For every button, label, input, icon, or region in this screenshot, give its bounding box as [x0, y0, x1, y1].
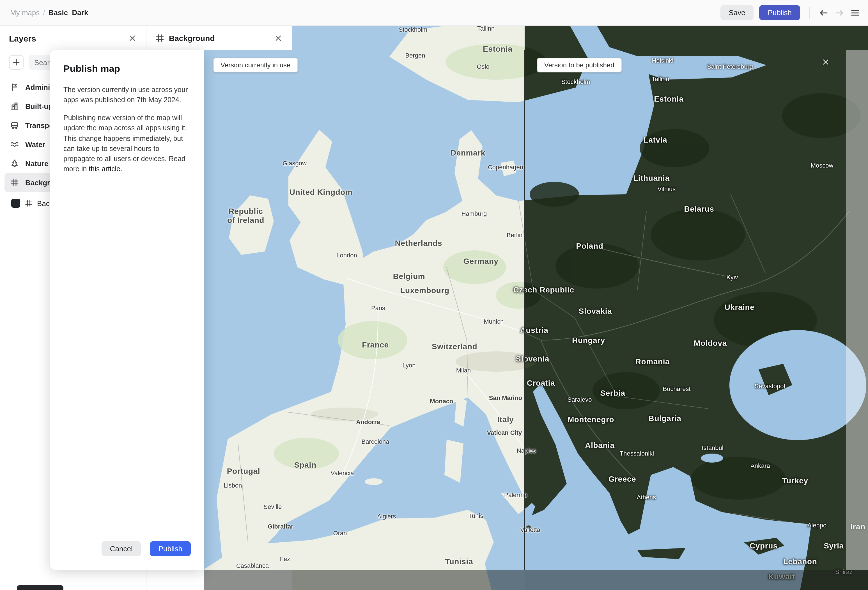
map-canvas[interactable]: StockholmTallinnEstoniaBergenOsloGlasgow…: [204, 26, 868, 590]
modal-publish-button[interactable]: Publish: [150, 541, 191, 556]
bottom-left-pill[interactable]: [17, 585, 63, 590]
publish-modal: Publish map The version currently in use…: [50, 50, 204, 570]
redo-forward-icon[interactable]: [834, 7, 844, 18]
article-link[interactable]: this article: [89, 165, 120, 173]
modal-title: Publish map: [63, 64, 191, 75]
breadcrumb-my-maps[interactable]: My maps: [10, 9, 40, 17]
app-window: Background StockholmTallinnEstoniaBergen…: [0, 0, 868, 590]
flag-icon: [10, 83, 19, 92]
save-button[interactable]: Save: [720, 5, 754, 20]
breadcrumb: My maps / Basic_Dark: [10, 9, 88, 17]
modal-paragraph-2: Publishing new version of the map will u…: [63, 113, 191, 174]
cancel-button[interactable]: Cancel: [102, 541, 141, 556]
bus-icon: [10, 121, 19, 130]
grid-icon: [10, 178, 19, 187]
map-close-icon[interactable]: [821, 58, 830, 66]
fade-overlay-right: [846, 50, 868, 570]
breadcrumb-separator: /: [43, 9, 45, 17]
toolbar-divider: [809, 6, 810, 19]
buildings-icon: [10, 102, 19, 111]
compare-panel-current-version: [204, 50, 525, 570]
sidebar-item-label: Nature: [25, 159, 48, 167]
tree-icon: [10, 159, 19, 168]
menu-icon[interactable]: [850, 7, 860, 18]
color-swatch[interactable]: [11, 199, 20, 208]
sidebar-item-label: Water: [25, 140, 45, 148]
compare-divider[interactable]: [524, 50, 525, 570]
add-layer-button[interactable]: [9, 55, 24, 69]
top-bar: My maps / Basic_Dark Save Publish: [0, 0, 868, 26]
layers-panel-title: Layers: [9, 33, 36, 43]
close-layers-panel-icon[interactable]: [128, 34, 137, 43]
dim-overlay-bottom: [204, 570, 868, 590]
publish-button[interactable]: Publish: [759, 5, 800, 20]
undo-back-icon[interactable]: [819, 7, 829, 18]
modal-paragraph-1: The version currently in use across your…: [63, 85, 191, 105]
grid-icon: [155, 34, 164, 43]
water-icon: [10, 140, 19, 149]
version-to-publish-chip: Version to be published: [537, 58, 622, 72]
breadcrumb-map-name: Basic_Dark: [49, 9, 89, 17]
grid-icon: [25, 199, 32, 207]
version-current-chip: Version currently in use: [213, 58, 298, 72]
